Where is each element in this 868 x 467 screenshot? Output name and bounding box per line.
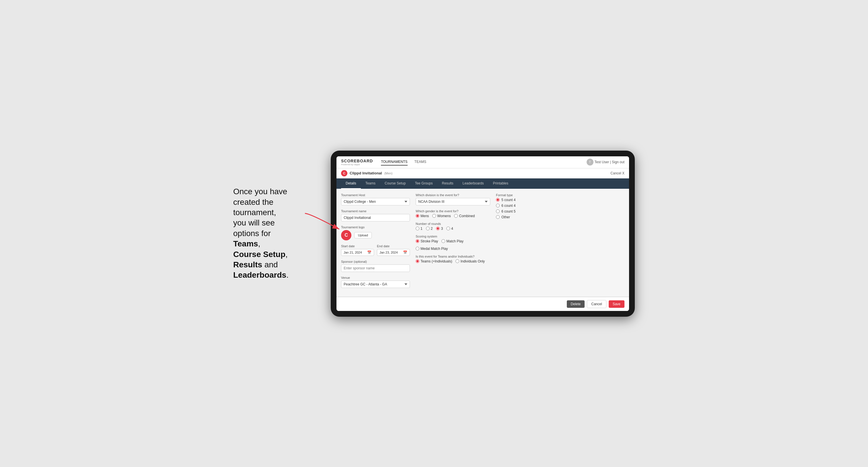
gender-mens[interactable]: Mens (416, 214, 429, 218)
end-date-group: End date 📅 (377, 244, 410, 256)
venue-select[interactable]: Peachtree GC - Atlanta - GA (341, 281, 410, 288)
upload-button[interactable]: Upload (354, 232, 372, 238)
scoring-match[interactable]: Match Play (441, 239, 463, 243)
rounds-radio-group: 1 2 3 4 (416, 227, 490, 230)
tab-printables[interactable]: Printables (489, 179, 513, 189)
sponsor-group: Sponsor (optional) (341, 260, 410, 272)
start-date-label: Start date (341, 244, 374, 248)
format-radio-group: 5 count 4 6 count 4 6 count 5 (496, 198, 553, 219)
tab-leaderboards[interactable]: Leaderboards (458, 179, 488, 189)
logo-upload-row: C Upload (341, 230, 410, 240)
tournament-logo-group: Tournament logo C Upload (341, 225, 410, 240)
format-5count4[interactable]: 5 count 4 (496, 198, 553, 202)
format-label: Format type (496, 193, 553, 197)
rounds-3[interactable]: 3 (436, 227, 443, 230)
end-date-label: End date (377, 244, 410, 248)
tab-bar: Details Teams Course Setup Tee Groups Re… (337, 179, 629, 189)
logo-area: SCOREBOARD Powered by clippd (341, 159, 373, 166)
gender-label: Which gender is the event for? (416, 209, 490, 213)
end-cal-icon: 📅 (403, 250, 407, 254)
logo-text: SCOREBOARD (341, 159, 373, 163)
teams-individuals-radio-group: Teams (+Individuals) Individuals Only (416, 259, 490, 263)
user-label[interactable]: Test User | Sign out (595, 160, 625, 164)
tournament-host-select[interactable]: Clippd College - Men (341, 198, 410, 206)
tablet-frame: SCOREBOARD Powered by clippd TOURNAMENTS… (331, 151, 635, 317)
start-cal-icon: 📅 (367, 250, 371, 254)
user-area: T Test User | Sign out (587, 159, 625, 165)
gender-radio-group: Mens Womens Combined (416, 214, 490, 218)
tournament-name: Clippd Invitational (350, 171, 382, 175)
arrow-indicator (302, 211, 342, 234)
form-area: Tournament Host Clippd College - Men Tou… (337, 189, 629, 297)
tournament-title-area: C Clippd Invitational (Men) (341, 170, 393, 177)
cancel-button[interactable]: Cancel (587, 300, 606, 308)
format-group: Format type 5 count 4 6 count 4 (496, 193, 553, 219)
action-bar: Delete Cancel Save (337, 297, 629, 311)
tournament-bar: C Clippd Invitational (Men) Cancel X (337, 168, 629, 179)
save-button[interactable]: Save (609, 300, 624, 308)
division-label: Which division is the event for? (416, 193, 490, 197)
format-6count4[interactable]: 6 count 4 (496, 204, 553, 208)
sponsor-label: Sponsor (optional) (341, 260, 410, 263)
division-group: Which division is the event for? NCAA Di… (416, 193, 490, 206)
rounds-2[interactable]: 2 (426, 227, 433, 230)
user-avatar: T (587, 159, 593, 165)
scoring-group: Scoring system Stroke Play Match Play (416, 235, 490, 251)
individuals-only[interactable]: Individuals Only (456, 259, 485, 263)
teams-plus-individuals[interactable]: Teams (+Individuals) (416, 259, 452, 263)
tournament-name-group: Tournament name (341, 209, 410, 221)
gender-womens[interactable]: Womens (432, 214, 451, 218)
dates-group: Start date 📅 End date 📅 (341, 244, 410, 256)
scoring-label: Scoring system (416, 235, 490, 238)
tournament-name-input[interactable] (341, 214, 410, 221)
end-date-wrap: 📅 (377, 249, 410, 256)
venue-label: Venue (341, 276, 410, 279)
rounds-4[interactable]: 4 (446, 227, 453, 230)
start-date-input[interactable] (344, 251, 366, 254)
tablet-screen: SCOREBOARD Powered by clippd TOURNAMENTS… (337, 156, 629, 311)
top-nav: SCOREBOARD Powered by clippd TOURNAMENTS… (337, 156, 629, 168)
tab-teams[interactable]: Teams (361, 179, 380, 189)
venue-group: Venue Peachtree GC - Atlanta - GA (341, 276, 410, 288)
nav-tournaments[interactable]: TOURNAMENTS (381, 159, 407, 165)
start-date-group: Start date 📅 (341, 244, 374, 256)
tournament-host-label: Tournament Host (341, 193, 410, 197)
main-nav: TOURNAMENTS TEAMS (381, 159, 426, 165)
rounds-group: Number of rounds 1 2 (416, 222, 490, 230)
rounds-label: Number of rounds (416, 222, 490, 225)
delete-button[interactable]: Delete (567, 300, 585, 308)
logo-sub: Powered by clippd (341, 163, 373, 166)
scoring-medal[interactable]: Medal Match Play (416, 247, 448, 251)
tab-tee-groups[interactable]: Tee Groups (410, 179, 437, 189)
tournament-type: (Men) (384, 172, 393, 175)
sponsor-input[interactable] (341, 264, 410, 272)
tournament-logo-label: Tournament logo (341, 225, 410, 229)
gender-combined[interactable]: Combined (454, 214, 475, 218)
tourney-icon: C (341, 170, 347, 177)
tab-results[interactable]: Results (437, 179, 458, 189)
format-6count5[interactable]: 6 count 5 (496, 209, 553, 213)
scoring-radio-group: Stroke Play Match Play Medal Match Play (416, 239, 490, 251)
form-col-right: Format type 5 count 4 6 count 4 (496, 193, 553, 292)
cancel-x-button[interactable]: Cancel X (611, 171, 624, 175)
tab-details[interactable]: Details (341, 179, 361, 189)
division-select[interactable]: NCAA Division III (416, 198, 490, 206)
form-col-mid: Which division is the event for? NCAA Di… (416, 193, 490, 292)
tournament-name-label: Tournament name (341, 209, 410, 213)
form-col-left: Tournament Host Clippd College - Men Tou… (341, 193, 410, 292)
start-date-wrap: 📅 (341, 249, 374, 256)
tab-course-setup[interactable]: Course Setup (380, 179, 410, 189)
gender-group: Which gender is the event for? Mens Wome… (416, 209, 490, 218)
rounds-1[interactable]: 1 (416, 227, 423, 230)
tournament-host-group: Tournament Host Clippd College - Men (341, 193, 410, 206)
scoring-stroke[interactable]: Stroke Play (416, 239, 438, 243)
end-date-input[interactable] (379, 251, 401, 254)
format-other[interactable]: Other (496, 215, 553, 219)
intro-text: Once you have created the tournament, yo… (233, 186, 308, 281)
teams-individuals-group: Is this event for Teams and/or Individua… (416, 255, 490, 263)
teams-individuals-label: Is this event for Teams and/or Individua… (416, 255, 490, 258)
nav-teams[interactable]: TEAMS (414, 159, 426, 165)
logo-preview: C (341, 230, 351, 240)
